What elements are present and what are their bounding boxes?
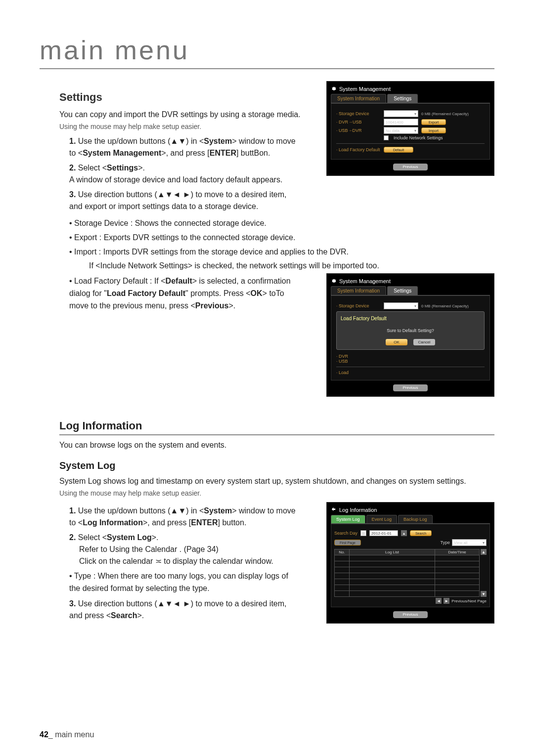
settings-step-2: 2. Select <Settings>. A window of storag… bbox=[69, 162, 297, 186]
table-row bbox=[335, 579, 480, 585]
label-usb-stub: · USB bbox=[336, 359, 348, 364]
log-table: No. Log List Date/Time bbox=[334, 549, 480, 597]
system-log-intro: System Log shows log and timestamp on ev… bbox=[59, 475, 494, 487]
confirm-title: Load Factory Default bbox=[341, 316, 480, 321]
label-type: Type bbox=[440, 540, 450, 545]
table-row bbox=[335, 555, 480, 561]
date-spin[interactable]: ▴ bbox=[401, 530, 407, 536]
previous-button[interactable]: Previous bbox=[393, 384, 428, 391]
confirm-dialog: Load Factory Default Sure to Default Set… bbox=[336, 311, 485, 350]
type-select[interactable]: View all▾ bbox=[452, 539, 487, 546]
label-storage-device: · Storage Device bbox=[336, 303, 381, 308]
calendar-icon[interactable]: ▦ bbox=[360, 530, 366, 536]
prev-page-button[interactable]: ◄ bbox=[436, 598, 442, 604]
gear-icon bbox=[331, 85, 336, 92]
dialog-title: Log Information bbox=[339, 507, 377, 513]
tab-system-information[interactable]: System Information bbox=[331, 286, 386, 295]
next-page-button[interactable]: ► bbox=[444, 598, 449, 604]
storage-device-select[interactable]: ▾ bbox=[384, 110, 418, 117]
syslog-step-2: 2. Select <System Log>. Refer to Using t… bbox=[69, 532, 297, 567]
tab-backup-log[interactable]: Backup Log bbox=[398, 515, 433, 523]
dialog-title: System Management bbox=[339, 86, 391, 92]
tab-settings[interactable]: Settings bbox=[387, 286, 418, 295]
syslog-step-1: 1. Use the up/down buttons (▲▼) in <Syst… bbox=[69, 505, 297, 529]
label-storage-device: · Storage Device bbox=[336, 111, 381, 116]
log-info-intro: You can browse logs on the system and ev… bbox=[59, 439, 494, 451]
date-field[interactable]: 2012-01-01 bbox=[369, 530, 398, 536]
page-number: 42_ main menu bbox=[40, 730, 94, 739]
tab-system-log[interactable]: System Log bbox=[331, 515, 365, 523]
tab-system-information[interactable]: System Information bbox=[331, 94, 386, 103]
bullet-storage-device: • Storage Device : Shows the connected s… bbox=[69, 217, 455, 230]
label-search-day: Search Day bbox=[334, 531, 357, 536]
tab-settings[interactable]: Settings bbox=[387, 94, 418, 103]
label-dvr-to-usb: · DVR→USB bbox=[336, 120, 381, 125]
settings-mouse-note: Using the mouse may help make setup easi… bbox=[59, 123, 316, 130]
include-network-checkbox[interactable] bbox=[384, 135, 389, 140]
label-capacity: 0 MB (Remained Capacity) bbox=[421, 112, 469, 116]
default-button[interactable]: Default bbox=[384, 147, 413, 153]
bullet-export: • Export : Exports DVR settings to the c… bbox=[69, 232, 455, 244]
scroll-down-button[interactable]: ▼ bbox=[481, 591, 487, 597]
dialog-title: System Management bbox=[339, 278, 391, 284]
cancel-button[interactable]: Cancel bbox=[413, 339, 435, 345]
syslog-step-3: 3. Use direction buttons (▲▼◄ ►) to move… bbox=[69, 598, 297, 622]
log-info-heading: Log Information bbox=[59, 420, 494, 435]
table-row bbox=[335, 585, 480, 591]
label-capacity: 0 MB (Remained Capacity) bbox=[421, 304, 469, 308]
bullet-import-sub: If <Include Network Settings> is checked… bbox=[89, 260, 494, 272]
gear-icon bbox=[331, 278, 336, 284]
settings-intro: You can copy and import the DVR settings… bbox=[59, 109, 316, 121]
import-button[interactable]: Import bbox=[421, 127, 446, 133]
previous-button[interactable]: Previous bbox=[393, 164, 428, 170]
storage-device-select[interactable]: ▾ bbox=[384, 302, 418, 309]
bullet-import: • Import : Imports DVR settings from the… bbox=[69, 246, 455, 258]
label-include-network: Include Network Settings bbox=[394, 135, 443, 140]
syslog-bullet-type: • Type : When there are too many logs, y… bbox=[69, 570, 297, 595]
scroll-up-button[interactable]: ▲ bbox=[481, 549, 487, 555]
label-load-factory-default: · Load Factory Default bbox=[336, 147, 381, 152]
search-button[interactable]: Search bbox=[410, 530, 432, 536]
settings-step-1: 1. Use the up/down buttons (▲▼) in <Syst… bbox=[69, 135, 297, 159]
page-title: main menu bbox=[40, 35, 494, 69]
system-management-dialog: System Management System Information Set… bbox=[326, 81, 494, 176]
table-row bbox=[335, 567, 480, 573]
system-log-mouse-note: Using the mouse may help make setup easi… bbox=[59, 489, 494, 497]
label-usb-to-dvr: · USB→DVR bbox=[336, 128, 381, 133]
table-row bbox=[335, 573, 480, 579]
col-date-time: Date/Time bbox=[435, 549, 480, 555]
usb-dvr-select[interactable]: No data▾ bbox=[384, 127, 418, 134]
dvr-usb-value: 10041400 bbox=[384, 119, 418, 126]
previous-button[interactable]: Previous bbox=[393, 611, 428, 618]
log-information-dialog: Log Information System Log Event Log Bac… bbox=[326, 502, 494, 624]
label-load-stub: · Load bbox=[336, 370, 349, 375]
col-log-list: Log List bbox=[350, 549, 435, 555]
table-row bbox=[335, 591, 480, 597]
col-no: No. bbox=[335, 549, 350, 555]
bullet-lfd: • Load Factory Default : If <Default> is… bbox=[69, 275, 297, 312]
system-log-heading: System Log bbox=[59, 460, 494, 471]
export-button[interactable]: Export bbox=[421, 119, 446, 125]
ok-button[interactable]: OK bbox=[386, 339, 407, 345]
tab-event-log[interactable]: Event Log bbox=[366, 515, 398, 523]
confirm-message: Sure to Default Setting? bbox=[341, 328, 480, 333]
settings-step-3: 3. Use direction buttons (▲▼◄ ►) to move… bbox=[69, 189, 297, 212]
label-dvr-stub: · DVR bbox=[336, 354, 348, 359]
dialog-header: System Management bbox=[331, 84, 490, 94]
return-icon bbox=[331, 506, 336, 513]
first-page-button[interactable]: First Page bbox=[334, 540, 361, 546]
settings-heading: Settings bbox=[59, 91, 316, 104]
label-prev-next-page: Previous/Next Page bbox=[451, 599, 487, 603]
table-row bbox=[335, 561, 480, 567]
system-management-dialog-confirm: System Management System Information Set… bbox=[326, 273, 494, 397]
